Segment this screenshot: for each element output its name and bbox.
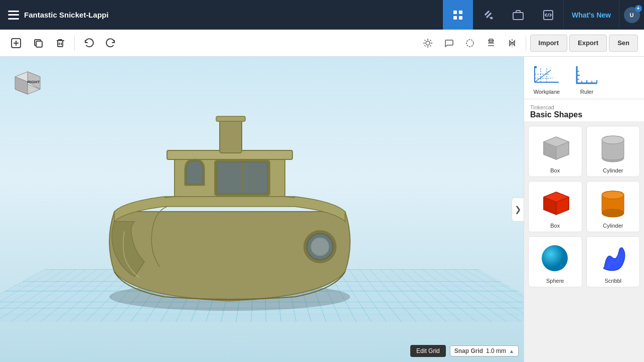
main-area: RIGHT Edit Grid Snap Grid 1.0 mm ▲ ❯	[0, 57, 644, 362]
workplane-label: Workplane	[534, 89, 560, 95]
svg-rect-14	[58, 41, 63, 47]
svg-point-83	[542, 245, 568, 271]
shape-sphere-blue[interactable]: Sphere	[528, 236, 582, 287]
menu-icon[interactable]	[8, 11, 19, 20]
orientation-cube[interactable]: RIGHT	[10, 67, 45, 97]
shape-cylinder-grey[interactable]: Cylinder	[586, 126, 640, 177]
ruler-tool[interactable]: Ruler	[569, 62, 604, 95]
shape-box-grey-icon	[535, 130, 575, 165]
shape-box-grey[interactable]: Box	[528, 126, 582, 177]
shape-scribble[interactable]: Scribbl	[586, 236, 640, 287]
shape-scribble-icon	[593, 241, 633, 276]
undo-button[interactable]	[79, 34, 99, 53]
svg-rect-1	[459, 11, 462, 14]
panel-collapse-button[interactable]: ❯	[512, 198, 524, 222]
svg-marker-32	[510, 41, 512, 46]
avatar-plus-badge: +	[635, 5, 642, 12]
svg-rect-39	[220, 119, 242, 153]
duplicate-button[interactable]	[28, 34, 48, 53]
nav-build-button[interactable]	[473, 0, 503, 30]
svg-rect-0	[453, 11, 457, 14]
mirror-icon[interactable]	[503, 34, 522, 53]
shape-cylinder-grey-label: Cylinder	[603, 167, 623, 173]
right-panel: Workplane	[524, 57, 644, 362]
app-title: Fantastic Snicket-Lappi	[24, 11, 108, 19]
svg-rect-4	[491, 17, 493, 19]
shape-box-grey-label: Box	[550, 167, 560, 173]
svg-rect-5	[513, 13, 523, 20]
svg-rect-13	[36, 41, 42, 47]
shapes-header: Tinkercad Basic Shapes	[524, 99, 644, 122]
nav-projects-button[interactable]	[503, 0, 533, 30]
shapes-grid: Box Cylinder	[524, 122, 644, 362]
svg-point-81	[602, 191, 624, 199]
shape-sphere-blue-icon	[535, 241, 575, 276]
svg-point-17	[426, 41, 430, 45]
shape-sphere-blue-label: Sphere	[546, 278, 564, 284]
shape-box-red-label: Box	[550, 223, 560, 229]
workplane-icon	[533, 62, 561, 87]
shape-cylinder-orange-label: Cylinder	[603, 223, 623, 229]
svg-text:RIGHT: RIGHT	[28, 80, 40, 84]
svg-line-23	[430, 45, 431, 46]
add-button[interactable]	[6, 34, 26, 53]
shape-box-red-icon	[535, 186, 575, 221]
svg-rect-30	[489, 39, 493, 42]
send-button[interactable]: Sen	[609, 35, 638, 52]
svg-point-76	[602, 136, 624, 144]
svg-line-51	[535, 70, 551, 82]
whats-new-button[interactable]: What's New	[563, 0, 619, 30]
svg-rect-57	[535, 66, 537, 68]
snap-grid-arrow: ▲	[509, 348, 514, 354]
comment-icon[interactable]	[439, 34, 458, 53]
snap-grid-control[interactable]: Snap Grid 1.0 mm ▲	[450, 345, 519, 356]
export-button[interactable]: Export	[569, 35, 607, 52]
shape-scribble-label: Scribbl	[604, 278, 621, 284]
avatar: U +	[624, 7, 640, 23]
svg-line-22	[424, 40, 425, 41]
toolbar-separator-1	[74, 36, 75, 51]
snap-grid-label: Snap Grid	[454, 347, 483, 354]
align-icon[interactable]	[481, 34, 501, 53]
circle-dash-icon[interactable]	[460, 34, 479, 53]
ruler-label: Ruler	[580, 89, 593, 95]
shape-cylinder-grey-icon	[593, 130, 633, 165]
svg-point-43	[311, 238, 329, 256]
topbar: Fantastic Snicket-Lappi	[0, 0, 644, 30]
delete-button[interactable]	[50, 34, 70, 53]
shapes-category: Basic Shapes	[530, 110, 638, 119]
svg-rect-2	[453, 16, 457, 20]
light-icon[interactable]	[418, 34, 437, 53]
shape-box-red[interactable]: Box	[528, 181, 582, 232]
shape-cylinder-orange[interactable]: Cylinder	[586, 181, 640, 232]
nav-icons: What's New U +	[443, 0, 644, 30]
shape-cylinder-orange-icon	[593, 186, 633, 221]
redo-button[interactable]	[101, 34, 121, 53]
svg-rect-40	[216, 116, 245, 121]
svg-line-25	[424, 45, 425, 46]
panel-tools: Workplane	[524, 57, 644, 99]
nav-grid-button[interactable]	[443, 0, 473, 30]
svg-point-26	[466, 40, 473, 47]
svg-marker-33	[513, 41, 515, 46]
toolbar: Import Export Sen	[0, 30, 644, 57]
boat-model	[74, 57, 415, 312]
workplane-tool[interactable]: Workplane	[529, 62, 564, 95]
user-avatar-button[interactable]: U +	[619, 0, 644, 30]
svg-rect-3	[459, 16, 462, 20]
toolbar-separator-2	[526, 36, 526, 51]
snap-grid-value: 1.0 mm	[486, 347, 506, 354]
svg-point-82	[602, 209, 624, 217]
logo-area: Fantastic Snicket-Lappi	[0, 11, 116, 20]
toolbar-right-icons	[418, 34, 522, 53]
svg-line-24	[430, 40, 431, 41]
import-button[interactable]: Import	[530, 35, 567, 52]
bottom-controls: Edit Grid Snap Grid 1.0 mm ▲	[410, 345, 519, 357]
ruler-icon	[573, 62, 601, 87]
svg-line-8	[548, 14, 549, 17]
shapes-provider: Tinkercad	[530, 104, 638, 110]
edit-grid-button[interactable]: Edit Grid	[410, 345, 446, 357]
viewport[interactable]: RIGHT Edit Grid Snap Grid 1.0 mm ▲ ❯	[0, 57, 524, 362]
nav-code-button[interactable]	[533, 0, 563, 30]
